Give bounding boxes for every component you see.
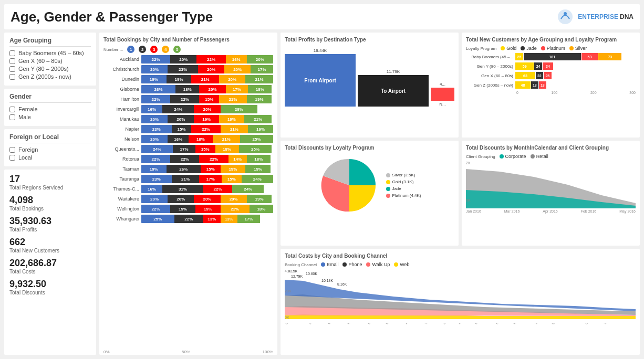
- bar-city-label: Gisborne: [103, 87, 139, 92]
- filter-gen-z[interactable]: Gen Z (2000s - now): [9, 73, 91, 80]
- dashboard: Age, Gender & Passenger Type ENTERPRISE …: [0, 0, 644, 359]
- bar-segment: 23%: [168, 65, 198, 73]
- new-customers-segment: 59: [515, 62, 534, 70]
- new-customers-row-label: Baby Boomers (45 –...: [466, 55, 513, 59]
- new-customers-row: Baby Boomers (45 –...251815373: [466, 53, 636, 60]
- new-customers-segment: 18: [531, 81, 538, 89]
- filter-label-local: Local: [18, 154, 32, 161]
- filter-male[interactable]: Male: [9, 114, 91, 120]
- bar-city-label: Nelson: [103, 136, 139, 142]
- bar-segment: 22%: [141, 95, 170, 103]
- area-svg: [466, 161, 636, 208]
- profit-bar-n: 4... N...: [431, 82, 454, 107]
- bar-segment: 25%: [240, 135, 273, 143]
- bar-city-label: Dunedin: [103, 77, 139, 82]
- bar-segment: 17%: [237, 215, 260, 223]
- pie-legend-silver: Silver (2.5K): [386, 173, 421, 177]
- filter-female[interactable]: Female: [9, 106, 91, 112]
- profit-bar-from-airport: 19.44K From Airport: [285, 48, 356, 107]
- bar-segment: 18%: [215, 145, 239, 153]
- checkbox-foreign[interactable]: [9, 147, 15, 153]
- platinum-dot: [541, 46, 545, 50]
- checkbox-local[interactable]: [9, 155, 15, 161]
- area-chart-container: 2K 0K: [466, 161, 636, 208]
- pie-legend-gold: Gold (3.1K): [386, 180, 421, 184]
- stat-bookings: 4,098 Total Bookings: [9, 195, 91, 212]
- bar-row: Rotorua22%22%22%14%18%: [103, 155, 273, 163]
- x-tasman: Tasman: [534, 323, 544, 325]
- header: Age, Gender & Passenger Type ENTERPRISE …: [4, 4, 640, 29]
- new-customers-row: Gen Y (80 – 2000s)592434: [466, 62, 636, 70]
- legend-platinum: Platinum: [541, 46, 565, 51]
- stat-discounts: 9,932.50 Total Discounts: [9, 279, 91, 295]
- bar-segment: 20%: [199, 85, 225, 93]
- filter-baby-boomers[interactable]: Baby Boomers (45 – 60s): [9, 50, 91, 56]
- checkbox-gen-z[interactable]: [9, 74, 15, 80]
- legend-corporate: Corporate: [500, 154, 526, 159]
- bar-row: Waitakere20%20%20%20%19%: [103, 195, 273, 203]
- bar-segment: 26%: [167, 165, 201, 173]
- checkbox-gen-y[interactable]: [9, 66, 15, 72]
- discounts-area-title: Total Discounts by MonthInCalendar and C…: [466, 145, 636, 151]
- cost-val-left: 8.15K: [288, 269, 297, 273]
- badge-5: 5: [173, 46, 181, 53]
- walkup-label: Walk Up: [372, 262, 390, 267]
- legend-walkup: Walk Up: [366, 262, 390, 267]
- checkbox-male[interactable]: [9, 114, 15, 120]
- bar-segment: 22%: [141, 155, 170, 163]
- filter-local[interactable]: Local: [9, 154, 91, 161]
- filter-gen-y[interactable]: Gen Y (80 – 2000s): [9, 66, 91, 72]
- bar-segment: 21%: [221, 125, 248, 133]
- x-rotorua: Rotorua: [495, 323, 505, 325]
- bar-segment: 23%: [141, 175, 172, 183]
- filter-label-baby-boomers: Baby Boomers (45 – 60s): [18, 50, 84, 56]
- profits-chart-title: Total Profits by Destination Type: [285, 37, 454, 43]
- new-customers-row-label: Gen Z (2000s – now): [466, 83, 513, 88]
- checkbox-baby-boomers[interactable]: [9, 50, 15, 56]
- profit-n-value: 4...: [440, 82, 445, 87]
- discounts-pie-title: Total Discounts by Loyalty Program: [285, 145, 454, 151]
- gender-title: Gender: [9, 93, 91, 103]
- bar-segments: 19%19%21%20%21%: [141, 75, 273, 83]
- silver-dot: [569, 46, 574, 50]
- bar-segment: 22%: [196, 55, 225, 64]
- bar-row: Tauranga23%21%17%15%24%: [103, 175, 273, 183]
- cost-val-christchurch: 12.79K: [291, 274, 303, 278]
- bar-city-label: Tauranga: [103, 176, 139, 182]
- stat-costs-label: Total Costs: [9, 269, 91, 274]
- pie-chart-graphic: [318, 154, 381, 217]
- badge-3: 3: [150, 46, 158, 53]
- logo-text: ENTERPRISE DNA: [578, 13, 633, 20]
- bar-row: Invercargill16%24%20%28%: [103, 105, 273, 113]
- new-customers-segment: 63: [515, 72, 535, 79]
- filter-label-male: Male: [18, 114, 31, 120]
- bar-segment: 16%: [168, 135, 189, 143]
- bar-segment: 22%: [174, 215, 203, 223]
- bar-segment: 26%: [141, 85, 175, 93]
- bar-city-label: Napier: [103, 126, 139, 132]
- bar-row: Whangarei25%22%13%13%17%: [103, 215, 273, 223]
- platinum-label: Platinum: [547, 46, 565, 51]
- x-ql: Queenstown-Lakes: [551, 323, 573, 325]
- checkbox-female[interactable]: [9, 107, 15, 112]
- bar-row: Wellington22%19%19%22%18%: [103, 205, 273, 213]
- bar-city-label: Rotorua: [103, 156, 139, 162]
- x-manukau: Manukau: [327, 323, 339, 325]
- legend-2: 2: [139, 46, 146, 53]
- profits-bars: 19.44K From Airport 11.79K To Airport 4.…: [285, 46, 454, 109]
- legend-retail: Retail: [531, 154, 548, 159]
- bar-segment: 20%: [221, 195, 247, 203]
- pie-legend-jade: Jade: [386, 186, 421, 191]
- bar-row: Queensto...24%17%15%18%25%: [103, 145, 273, 153]
- bar-segment: 19%: [219, 115, 244, 123]
- bar-segment: 20%: [194, 105, 220, 113]
- filter-foreign[interactable]: Foreign: [9, 146, 91, 153]
- filter-gen-x[interactable]: Gen X (60 – 80s): [9, 58, 91, 64]
- cost-val-manukau: 10.18K: [321, 279, 333, 282]
- bar-segment: 21%: [213, 135, 241, 143]
- bar-row: Christchurch20%23%20%20%17%: [103, 65, 273, 73]
- bar-segment: 19%: [245, 165, 271, 173]
- bar-city-label: Tasman: [103, 166, 139, 172]
- costs-x-axis: Christchurch Auckland Manukau Wellington…: [285, 323, 636, 326]
- checkbox-gen-x[interactable]: [9, 58, 15, 64]
